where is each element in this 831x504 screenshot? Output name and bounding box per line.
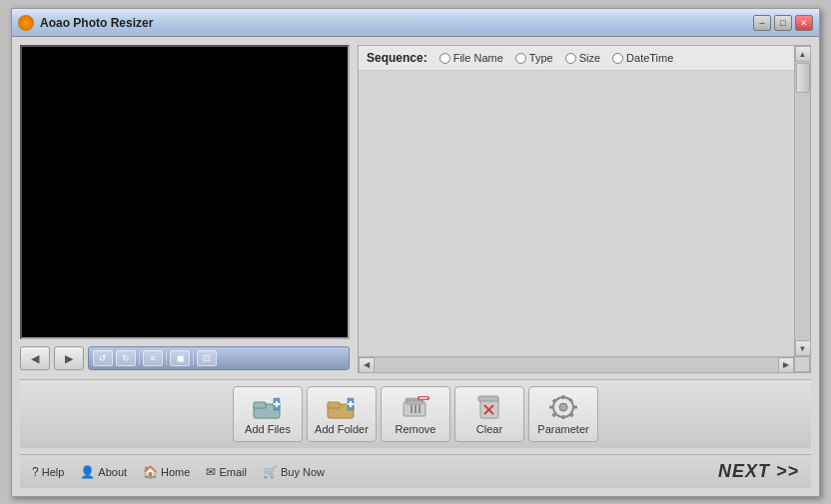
parameter-icon (547, 393, 579, 421)
scroll-corner (794, 356, 810, 372)
scroll-left-arrow[interactable]: ◀ (359, 357, 375, 373)
preview-controls: ◀ ▶ ↺ ↻ ≡ ◼ ⊡ (20, 343, 350, 373)
playback-redo[interactable]: ↻ (116, 350, 136, 366)
playback-bar: ↺ ↻ ≡ ◼ ⊡ (88, 346, 350, 370)
seq-radio-size[interactable]: Size (565, 52, 600, 64)
help-link[interactable]: ? Help (32, 465, 64, 479)
home-label: Home (161, 466, 190, 478)
seq-datetime-label: DateTime (626, 52, 673, 64)
toolbar-spacer-right (602, 386, 662, 442)
svg-rect-6 (328, 402, 340, 408)
buy-icon: 🛒 (263, 465, 278, 479)
close-button[interactable]: ✕ (795, 15, 813, 31)
filelist-panel: Sequence: File Name Type Size (358, 45, 811, 373)
scrollbar-vertical[interactable]: ▲ ▼ (794, 46, 810, 356)
add-folder-icon (326, 393, 358, 421)
seq-radio-type[interactable]: Type (515, 52, 553, 64)
app-window: Aoao Photo Resizer – □ ✕ ◀ ▶ ↺ ↻ ≡ (11, 8, 820, 497)
scroll-right-arrow[interactable]: ▶ (778, 357, 794, 373)
svg-rect-1 (254, 402, 266, 408)
add-files-label: Add Files (245, 423, 291, 435)
home-link[interactable]: 🏠 Home (143, 465, 190, 479)
window-controls: – □ ✕ (753, 15, 813, 31)
scroll-track-v[interactable] (795, 62, 810, 340)
buy-label: Buy Now (281, 466, 325, 478)
parameter-button[interactable]: Parameter (528, 386, 598, 442)
seq-radio-filename[interactable]: File Name (439, 52, 503, 64)
svg-rect-27 (573, 406, 577, 409)
help-label: Help (42, 466, 65, 478)
main-content: ◀ ▶ ↺ ↻ ≡ ◼ ⊡ (12, 37, 819, 496)
remove-icon (400, 393, 431, 421)
filelist-area[interactable] (359, 71, 810, 372)
maximize-button[interactable]: □ (774, 15, 792, 31)
about-icon: 👤 (80, 465, 95, 479)
scroll-down-arrow[interactable]: ▼ (795, 340, 811, 356)
svg-rect-25 (562, 415, 565, 419)
minimize-button[interactable]: – (753, 15, 771, 31)
clear-label: Clear (476, 423, 502, 435)
remove-label: Remove (396, 423, 436, 435)
scroll-thumb-v[interactable] (796, 63, 810, 93)
svg-rect-26 (549, 406, 553, 409)
add-files-icon (252, 393, 284, 421)
pb-divider-1 (139, 351, 140, 365)
seq-radio-datetime-input[interactable] (612, 53, 623, 64)
next-button[interactable]: ▶ (54, 346, 84, 370)
svg-rect-24 (562, 395, 565, 399)
scrollbar-horizontal[interactable]: ◀ ▶ (359, 356, 794, 372)
prev-button[interactable]: ◀ (20, 346, 50, 370)
seq-size-label: Size (579, 52, 600, 64)
buy-link[interactable]: 🛒 Buy Now (263, 465, 325, 479)
seq-radio-type-input[interactable] (515, 53, 526, 64)
seq-type-label: Type (529, 52, 553, 64)
window-title: Aoao Photo Resizer (40, 16, 753, 30)
add-folder-button[interactable]: Add Folder (307, 386, 377, 442)
playback-list[interactable]: ≡ (143, 350, 163, 366)
about-label: About (98, 466, 127, 478)
app-icon (18, 15, 34, 31)
title-bar: Aoao Photo Resizer – □ ✕ (12, 9, 819, 37)
email-label: Email (219, 466, 247, 478)
help-icon: ? (32, 465, 39, 479)
svg-point-23 (559, 403, 567, 411)
sequence-label: Sequence: (367, 51, 427, 65)
about-link[interactable]: 👤 About (80, 465, 127, 479)
seq-radio-size-input[interactable] (565, 53, 576, 64)
add-folder-label: Add Folder (315, 423, 369, 435)
pb-divider-3 (193, 351, 194, 365)
parameter-label: Parameter (537, 423, 588, 435)
top-section: ◀ ▶ ↺ ↻ ≡ ◼ ⊡ (20, 45, 811, 373)
seq-radio-filename-input[interactable] (439, 53, 450, 64)
pb-divider-2 (166, 351, 167, 365)
bottom-links: ? Help 👤 About 🏠 Home ✉ Email 🛒 (32, 465, 325, 479)
preview-panel: ◀ ▶ ↺ ↻ ≡ ◼ ⊡ (20, 45, 350, 373)
bottom-bar: ? Help 👤 About 🏠 Home ✉ Email 🛒 (20, 454, 811, 488)
sequence-bar: Sequence: File Name Type Size (359, 46, 810, 71)
seq-radio-datetime[interactable]: DateTime (612, 52, 673, 64)
home-icon: 🏠 (143, 465, 158, 479)
remove-button[interactable]: Remove (381, 386, 450, 442)
next-button[interactable]: NEXT >> (718, 461, 799, 482)
email-icon: ✉ (206, 465, 216, 479)
add-files-button[interactable]: Add Files (233, 386, 303, 442)
clear-icon (473, 393, 505, 421)
playback-undo[interactable]: ↺ (93, 350, 113, 366)
scroll-up-arrow[interactable]: ▲ (795, 46, 811, 62)
playback-stop[interactable]: ◼ (170, 350, 190, 366)
scroll-track-h[interactable] (375, 357, 778, 372)
preview-canvas (20, 45, 350, 339)
playback-fit[interactable]: ⊡ (197, 350, 217, 366)
svg-rect-19 (478, 396, 498, 401)
clear-button[interactable]: Clear (454, 386, 524, 442)
toolbar: Add Files Add Folder (20, 379, 811, 448)
seq-filename-label: File Name (453, 52, 503, 64)
toolbar-spacer-left (169, 386, 229, 442)
email-link[interactable]: ✉ Email (206, 465, 247, 479)
